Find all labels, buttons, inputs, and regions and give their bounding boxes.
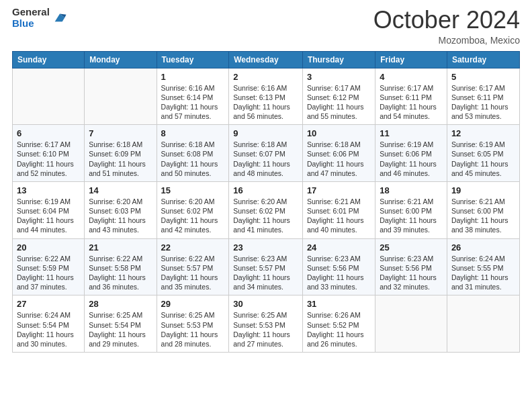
daylight-text: Daylight: 11 hours and 35 minutes. <box>161 273 218 291</box>
day-info: Sunrise: 6:21 AMSunset: 6:00 PMDaylight:… <box>451 197 515 235</box>
day-number: 28 <box>89 299 152 309</box>
day-info: Sunrise: 6:19 AMSunset: 6:05 PMDaylight:… <box>451 140 515 178</box>
daylight-text: Daylight: 11 hours and 36 minutes. <box>89 273 146 291</box>
day-info: Sunrise: 6:16 AMSunset: 6:13 PMDaylight:… <box>233 83 298 122</box>
daylight-text: Daylight: 11 hours and 57 minutes. <box>161 103 218 120</box>
sunrise-text: Sunrise: 6:18 AM <box>161 140 215 148</box>
day-info: Sunrise: 6:20 AMSunset: 6:02 PMDaylight:… <box>161 197 225 235</box>
week-row-4: 20Sunrise: 6:22 AMSunset: 5:59 PMDayligh… <box>13 238 520 295</box>
sunset-text: Sunset: 5:52 PM <box>307 321 359 329</box>
day-number: 6 <box>17 128 80 138</box>
sunrise-text: Sunrise: 6:23 AM <box>380 255 433 263</box>
sunrise-text: Sunrise: 6:25 AM <box>89 311 142 319</box>
sunrise-text: Sunrise: 6:24 AM <box>451 255 505 263</box>
day-cell-28: 28Sunrise: 6:25 AMSunset: 5:54 PMDayligh… <box>85 295 157 353</box>
sunset-text: Sunset: 6:04 PM <box>17 207 69 215</box>
daylight-text: Daylight: 11 hours and 39 minutes. <box>380 216 437 234</box>
day-cell-15: 15Sunrise: 6:20 AMSunset: 6:02 PMDayligh… <box>157 181 229 238</box>
day-number: 20 <box>17 242 80 253</box>
header: General Blue October 2024 Mozomboa, Mexi… <box>12 7 520 46</box>
daylight-text: Daylight: 11 hours and 27 minutes. <box>233 330 290 348</box>
sunset-text: Sunset: 6:00 PM <box>451 207 504 215</box>
day-info: Sunrise: 6:18 AMSunset: 6:08 PMDaylight:… <box>161 140 225 178</box>
sunset-text: Sunset: 6:09 PM <box>89 150 141 158</box>
day-cell-20: 20Sunrise: 6:22 AMSunset: 5:59 PMDayligh… <box>13 238 85 295</box>
daylight-text: Daylight: 11 hours and 42 minutes. <box>161 216 218 234</box>
day-number: 1 <box>161 72 225 82</box>
day-cell-30: 30Sunrise: 6:25 AMSunset: 5:53 PMDayligh… <box>229 295 303 353</box>
day-info: Sunrise: 6:23 AMSunset: 5:56 PMDaylight:… <box>307 254 371 292</box>
day-cell-22: 22Sunrise: 6:22 AMSunset: 5:57 PMDayligh… <box>157 238 229 295</box>
daylight-text: Daylight: 11 hours and 29 minutes. <box>89 330 146 348</box>
daylight-text: Daylight: 11 hours and 45 minutes. <box>451 160 508 177</box>
day-cell-24: 24Sunrise: 6:23 AMSunset: 5:56 PMDayligh… <box>302 238 375 295</box>
day-cell-12: 12Sunrise: 6:19 AMSunset: 6:05 PMDayligh… <box>447 125 519 182</box>
day-cell-13: 13Sunrise: 6:19 AMSunset: 6:04 PMDayligh… <box>13 181 85 238</box>
day-number: 25 <box>380 242 443 253</box>
sunrise-text: Sunrise: 6:19 AM <box>451 140 505 148</box>
day-cell-4: 4Sunrise: 6:17 AMSunset: 6:11 PMDaylight… <box>375 68 447 125</box>
day-cell-11: 11Sunrise: 6:19 AMSunset: 6:06 PMDayligh… <box>375 125 447 182</box>
sunset-text: Sunset: 6:12 PM <box>307 93 359 101</box>
daylight-text: Daylight: 11 hours and 44 minutes. <box>17 216 74 234</box>
sunset-text: Sunset: 6:02 PM <box>233 207 285 215</box>
sunset-text: Sunset: 6:05 PM <box>451 150 504 158</box>
day-number: 17 <box>307 185 371 195</box>
day-info: Sunrise: 6:18 AMSunset: 6:07 PMDaylight:… <box>233 140 298 178</box>
day-info: Sunrise: 6:17 AMSunset: 6:11 PMDaylight:… <box>380 83 443 122</box>
day-info: Sunrise: 6:23 AMSunset: 5:57 PMDaylight:… <box>233 254 298 292</box>
day-cell-empty <box>375 295 447 353</box>
day-info: Sunrise: 6:25 AMSunset: 5:53 PMDaylight:… <box>233 310 298 349</box>
day-number: 11 <box>380 128 443 138</box>
daylight-text: Daylight: 11 hours and 30 minutes. <box>17 330 74 348</box>
sunrise-text: Sunrise: 6:16 AM <box>233 84 287 92</box>
day-cell-17: 17Sunrise: 6:21 AMSunset: 6:01 PMDayligh… <box>302 181 375 238</box>
sunset-text: Sunset: 6:06 PM <box>307 150 359 158</box>
day-number: 27 <box>17 299 80 309</box>
sunrise-text: Sunrise: 6:23 AM <box>233 255 287 263</box>
day-info: Sunrise: 6:17 AMSunset: 6:12 PMDaylight:… <box>307 83 371 122</box>
sunrise-text: Sunrise: 6:17 AM <box>17 140 71 148</box>
daylight-text: Daylight: 11 hours and 46 minutes. <box>380 160 437 177</box>
sunrise-text: Sunrise: 6:20 AM <box>161 197 215 205</box>
daylight-text: Daylight: 11 hours and 26 minutes. <box>307 330 364 348</box>
day-number: 29 <box>161 299 225 309</box>
week-row-5: 27Sunrise: 6:24 AMSunset: 5:54 PMDayligh… <box>13 295 520 353</box>
sunrise-text: Sunrise: 6:22 AM <box>161 255 215 263</box>
day-info: Sunrise: 6:26 AMSunset: 5:52 PMDaylight:… <box>307 310 371 349</box>
day-number: 5 <box>451 72 515 82</box>
day-info: Sunrise: 6:20 AMSunset: 6:03 PMDaylight:… <box>89 197 152 235</box>
day-cell-19: 19Sunrise: 6:21 AMSunset: 6:00 PMDayligh… <box>447 181 519 238</box>
day-cell-25: 25Sunrise: 6:23 AMSunset: 5:56 PMDayligh… <box>375 238 447 295</box>
sunset-text: Sunset: 6:01 PM <box>307 207 359 215</box>
day-info: Sunrise: 6:21 AMSunset: 6:01 PMDaylight:… <box>307 197 371 235</box>
day-number: 19 <box>451 185 515 195</box>
day-info: Sunrise: 6:19 AMSunset: 6:06 PMDaylight:… <box>380 140 443 178</box>
sunset-text: Sunset: 6:07 PM <box>233 150 285 158</box>
sunrise-text: Sunrise: 6:25 AM <box>233 311 287 319</box>
day-info: Sunrise: 6:16 AMSunset: 6:14 PMDaylight:… <box>161 83 225 122</box>
sunset-text: Sunset: 6:14 PM <box>161 93 214 101</box>
header-cell-friday: Friday <box>375 51 447 68</box>
calendar-table: SundayMondayTuesdayWednesdayThursdayFrid… <box>12 51 520 353</box>
sunset-text: Sunset: 6:02 PM <box>161 207 214 215</box>
day-number: 13 <box>17 185 80 195</box>
sunrise-text: Sunrise: 6:25 AM <box>161 311 215 319</box>
daylight-text: Daylight: 11 hours and 28 minutes. <box>161 330 218 348</box>
daylight-text: Daylight: 11 hours and 38 minutes. <box>451 216 508 234</box>
day-info: Sunrise: 6:19 AMSunset: 6:04 PMDaylight:… <box>17 197 80 235</box>
day-info: Sunrise: 6:21 AMSunset: 6:00 PMDaylight:… <box>380 197 443 235</box>
day-cell-21: 21Sunrise: 6:22 AMSunset: 5:58 PMDayligh… <box>85 238 157 295</box>
sunset-text: Sunset: 6:00 PM <box>380 207 432 215</box>
sunrise-text: Sunrise: 6:17 AM <box>307 84 361 92</box>
day-cell-8: 8Sunrise: 6:18 AMSunset: 6:08 PMDaylight… <box>157 125 229 182</box>
day-number: 26 <box>451 242 515 253</box>
sunrise-text: Sunrise: 6:19 AM <box>380 140 433 148</box>
location: Mozomboa, Mexico <box>373 35 520 46</box>
day-number: 30 <box>233 299 298 309</box>
day-number: 23 <box>233 242 298 253</box>
day-cell-6: 6Sunrise: 6:17 AMSunset: 6:10 PMDaylight… <box>13 125 85 182</box>
sunrise-text: Sunrise: 6:26 AM <box>307 311 361 319</box>
logo-blue-text: Blue <box>12 18 50 30</box>
day-number: 24 <box>307 242 371 253</box>
